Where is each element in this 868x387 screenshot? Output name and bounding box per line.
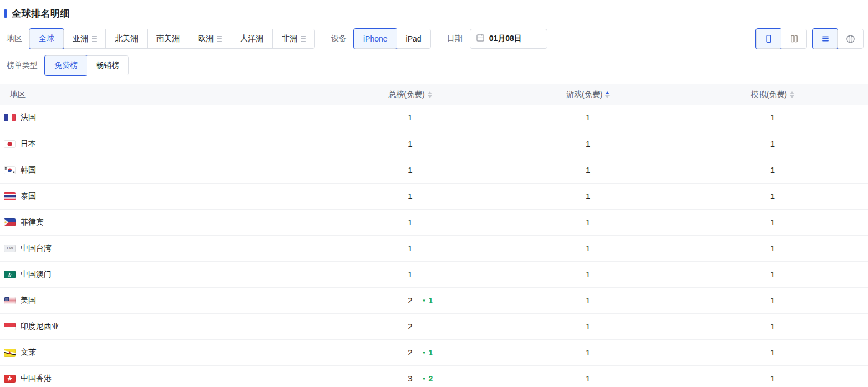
table-row[interactable]: 美国 21 1 1 [0, 287, 868, 313]
game-rank: 1 [586, 243, 590, 253]
sim-rank: 1 [770, 165, 775, 175]
device-button-group: iPhone iPad [354, 29, 431, 49]
column-label: 总榜(免费) [388, 90, 424, 100]
list-type-option-free[interactable]: 免费榜 [45, 56, 87, 75]
game-rank: 1 [586, 296, 590, 305]
region-name: 韩国 [21, 165, 36, 175]
game-rank: 1 [586, 165, 590, 175]
sort-toggle-icon[interactable] [605, 91, 610, 98]
global-ranking-page: 全球排名明细 地区 全球 亚洲 北美洲 南美洲 欧洲 大洋洲 非洲 设备 iPh… [0, 0, 868, 387]
calendar-icon [476, 33, 485, 44]
table-row[interactable]: 泰国 1 1 1 [0, 183, 868, 209]
region-option-label: 非洲 [282, 34, 297, 44]
list-view-icon [821, 34, 830, 43]
game-rank: 1 [586, 348, 590, 357]
device-filter-label: 设备 [331, 34, 347, 44]
list-type-button-group: 免费榜 畅销榜 [45, 55, 129, 75]
filter-row-primary: 地区 全球 亚洲 北美洲 南美洲 欧洲 大洋洲 非洲 设备 iPhone iPa… [0, 29, 868, 49]
region-option-label: 全球 [39, 34, 54, 44]
submenu-icon [92, 35, 97, 43]
total-rank: 1 [408, 269, 412, 279]
column-header-sim-free[interactable]: 模拟(免费) [677, 84, 868, 105]
flag-japan-icon [4, 140, 16, 148]
date-value: 01月08日 [489, 34, 522, 44]
filter-row-list-type: 榜单类型 免费榜 畅销榜 [0, 55, 868, 75]
table-header-row: 地区 总榜(免费) 游戏(免费) 模拟(免费) [0, 84, 868, 105]
table-row[interactable]: 文莱 21 1 1 [0, 339, 868, 365]
device-option-label: iPad [406, 34, 422, 43]
globe-view-button[interactable] [838, 29, 863, 48]
table-row[interactable]: TW 中国台湾 1 1 1 [0, 235, 868, 261]
total-rank: 2 [408, 296, 412, 305]
sim-rank: 1 [770, 374, 775, 383]
region-name: 法国 [21, 113, 36, 123]
region-option-north-america[interactable]: 北美洲 [106, 29, 148, 48]
total-rank: 1 [408, 139, 412, 149]
table-row[interactable]: 韩国 1 1 1 [0, 157, 868, 183]
region-name: 泰国 [21, 191, 36, 201]
sort-toggle-icon[interactable] [790, 91, 794, 98]
view-toolbar [756, 29, 864, 49]
device-option-iphone[interactable]: iPhone [354, 29, 397, 48]
page-header: 全球排名明细 [0, 0, 868, 20]
flag-macau-icon [4, 271, 16, 278]
table-row[interactable]: 印度尼西亚 2 1 1 [0, 313, 868, 339]
sim-rank: 1 [770, 269, 775, 279]
column-header-total-free[interactable]: 总榜(免费) [321, 84, 499, 105]
region-option-south-america[interactable]: 南美洲 [148, 29, 189, 48]
sim-rank: 1 [770, 139, 775, 149]
submenu-icon [217, 35, 222, 43]
region-option-asia[interactable]: 亚洲 [64, 29, 106, 48]
table-row[interactable]: 中国澳门 1 1 1 [0, 261, 868, 287]
list-view-button[interactable] [813, 29, 838, 48]
total-rank: 1 [408, 113, 412, 122]
date-filter-label: 日期 [447, 34, 463, 44]
date-picker-input[interactable]: 01月08日 [470, 29, 547, 49]
display-mode-group [813, 29, 864, 49]
game-rank: 1 [586, 322, 590, 331]
region-filter: 地区 全球 亚洲 北美洲 南美洲 欧洲 大洋洲 非洲 [7, 29, 315, 49]
region-option-africa[interactable]: 非洲 [273, 29, 314, 48]
list-type-option-grossing[interactable]: 畅销榜 [87, 56, 128, 75]
table-row[interactable]: 菲律宾 1 1 1 [0, 209, 868, 235]
flag-brunei-icon [4, 349, 16, 357]
sim-rank: 1 [770, 191, 775, 201]
page-title: 全球排名明细 [12, 7, 70, 20]
region-option-europe[interactable]: 欧洲 [189, 29, 231, 48]
column-header-game-free[interactable]: 游戏(免费) [499, 84, 677, 105]
flag-indonesia-icon [4, 323, 16, 330]
list-type-label: 榜单类型 [7, 60, 38, 70]
total-rank: 1 [408, 191, 412, 201]
rank-change-down: 1 [422, 296, 433, 305]
region-option-global[interactable]: 全球 [30, 29, 64, 48]
table-row[interactable]: 日本 1 1 1 [0, 131, 868, 157]
region-name: 中国香港 [21, 374, 52, 384]
device-filter: 设备 iPhone iPad [331, 29, 431, 49]
date-filter: 日期 01月08日 [447, 29, 547, 49]
table-row[interactable]: 法国 1 1 1 [0, 105, 868, 131]
region-option-label: 北美洲 [115, 34, 138, 44]
device-option-ipad[interactable]: iPad [397, 29, 430, 48]
title-accent-bar [4, 9, 7, 18]
region-name: 菲律宾 [21, 217, 44, 227]
device-option-label: iPhone [363, 34, 388, 43]
list-type-filter: 榜单类型 免费榜 畅销榜 [7, 55, 129, 75]
sim-rank: 1 [770, 296, 775, 305]
game-rank: 1 [586, 269, 590, 279]
game-rank: 1 [586, 217, 590, 227]
rank-change-down: 2 [422, 374, 433, 383]
flag-philippines-icon [4, 218, 16, 226]
sort-toggle-icon[interactable] [428, 91, 432, 98]
game-rank: 1 [586, 113, 590, 122]
game-rank: 1 [586, 374, 590, 383]
compare-view-button[interactable] [781, 29, 806, 48]
total-rank: 3 [408, 374, 412, 383]
column-header-region: 地区 [0, 84, 321, 105]
table-row[interactable]: 中国香港 32 1 1 [0, 365, 868, 387]
portrait-view-button[interactable] [757, 29, 781, 48]
list-type-option-label: 免费榜 [54, 60, 78, 70]
region-option-label: 欧洲 [198, 34, 214, 44]
region-option-oceania[interactable]: 大洋洲 [231, 29, 273, 48]
sim-rank: 1 [770, 113, 775, 122]
region-name: 日本 [21, 139, 36, 149]
